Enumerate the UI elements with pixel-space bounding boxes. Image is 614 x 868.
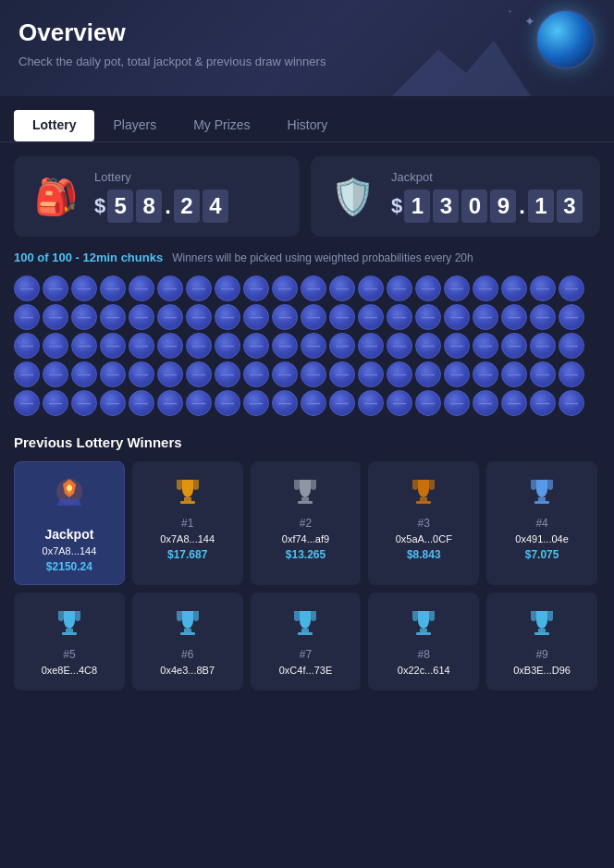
lottery-circle[interactable] — [129, 390, 154, 416]
lottery-circle[interactable] — [501, 361, 527, 387]
lottery-circle[interactable] — [415, 275, 441, 301]
lottery-circle[interactable] — [559, 275, 584, 301]
lottery-circle[interactable] — [358, 390, 384, 416]
winner-card[interactable]: #70xC4f...73E — [251, 593, 362, 691]
lottery-circle[interactable] — [272, 333, 298, 359]
lottery-circle[interactable] — [530, 333, 556, 359]
lottery-circle[interactable] — [157, 304, 183, 330]
lottery-circle[interactable] — [157, 361, 183, 387]
lottery-circle[interactable] — [100, 275, 126, 301]
lottery-circle[interactable] — [14, 304, 40, 330]
lottery-circle[interactable] — [387, 275, 412, 301]
winner-card[interactable]: #80x22c...614 — [368, 593, 479, 691]
lottery-circle[interactable] — [530, 390, 556, 416]
lottery-circle[interactable] — [129, 361, 154, 387]
lottery-circle[interactable] — [301, 304, 326, 330]
lottery-circle[interactable] — [559, 390, 584, 416]
lottery-circle[interactable] — [501, 333, 527, 359]
lottery-circle[interactable] — [301, 333, 326, 359]
tab-my-prizes[interactable]: My Prizes — [175, 110, 268, 141]
winner-card[interactable]: #60x4e3...8B7 — [132, 593, 243, 691]
lottery-circle[interactable] — [444, 275, 470, 301]
lottery-circle[interactable] — [129, 275, 154, 301]
lottery-circle[interactable] — [473, 333, 498, 359]
winner-card[interactable]: #30x5aA...0CF$8.843 — [368, 461, 479, 585]
lottery-circle[interactable] — [501, 390, 527, 416]
lottery-circle[interactable] — [301, 390, 326, 416]
tab-lottery[interactable]: Lottery — [14, 110, 94, 141]
lottery-circle[interactable] — [387, 361, 412, 387]
lottery-circle[interactable] — [329, 304, 355, 330]
lottery-circle[interactable] — [14, 390, 40, 416]
lottery-circle[interactable] — [14, 361, 40, 387]
lottery-circle[interactable] — [14, 275, 40, 301]
lottery-circle[interactable] — [71, 390, 97, 416]
lottery-circle[interactable] — [186, 390, 212, 416]
lottery-circle[interactable] — [243, 390, 269, 416]
lottery-circle[interactable] — [157, 333, 183, 359]
lottery-circle[interactable] — [272, 275, 298, 301]
lottery-circle[interactable] — [473, 275, 498, 301]
lottery-circle[interactable] — [43, 333, 68, 359]
lottery-circle[interactable] — [415, 361, 441, 387]
lottery-circle[interactable] — [473, 361, 498, 387]
lottery-circle[interactable] — [415, 304, 441, 330]
lottery-circle[interactable] — [100, 304, 126, 330]
lottery-circle[interactable] — [100, 361, 126, 387]
lottery-circle[interactable] — [272, 304, 298, 330]
lottery-circle[interactable] — [157, 275, 183, 301]
winner-card[interactable]: #20xf74...af9$13.265 — [251, 461, 362, 585]
lottery-circle[interactable] — [215, 361, 240, 387]
lottery-circle[interactable] — [215, 304, 240, 330]
lottery-circle[interactable] — [215, 333, 240, 359]
lottery-circle[interactable] — [329, 275, 355, 301]
winner-card[interactable]: Jackpot0x7A8...144$2150.24 — [14, 461, 125, 585]
lottery-circle[interactable] — [559, 333, 584, 359]
lottery-circle[interactable] — [444, 333, 470, 359]
lottery-circle[interactable] — [473, 390, 498, 416]
lottery-circle[interactable] — [559, 361, 584, 387]
lottery-circle[interactable] — [358, 333, 384, 359]
lottery-circle[interactable] — [71, 304, 97, 330]
lottery-circle[interactable] — [43, 390, 68, 416]
lottery-circle[interactable] — [329, 390, 355, 416]
lottery-circle[interactable] — [71, 333, 97, 359]
lottery-circle[interactable] — [501, 304, 527, 330]
lottery-circle[interactable] — [71, 361, 97, 387]
lottery-circle[interactable] — [43, 361, 68, 387]
tab-history[interactable]: History — [269, 110, 347, 141]
lottery-circle[interactable] — [444, 304, 470, 330]
lottery-circle[interactable] — [157, 390, 183, 416]
lottery-circle[interactable] — [358, 361, 384, 387]
lottery-circle[interactable] — [559, 304, 584, 330]
lottery-circle[interactable] — [473, 304, 498, 330]
tab-players[interactable]: Players — [94, 110, 175, 141]
lottery-circle[interactable] — [129, 333, 154, 359]
lottery-circle[interactable] — [243, 304, 269, 330]
lottery-circle[interactable] — [444, 361, 470, 387]
winner-card[interactable]: #90xB3E...D96 — [486, 593, 597, 691]
winner-card[interactable]: #40x491...04e$7.075 — [486, 461, 597, 585]
lottery-circle[interactable] — [415, 390, 441, 416]
lottery-circle[interactable] — [186, 304, 212, 330]
lottery-circle[interactable] — [215, 275, 240, 301]
lottery-circle[interactable] — [444, 390, 470, 416]
lottery-circle[interactable] — [272, 361, 298, 387]
lottery-circle[interactable] — [358, 275, 384, 301]
lottery-circle[interactable] — [387, 390, 412, 416]
lottery-circle[interactable] — [186, 333, 212, 359]
lottery-circle[interactable] — [530, 275, 556, 301]
lottery-circle[interactable] — [387, 304, 412, 330]
lottery-circle[interactable] — [186, 275, 212, 301]
lottery-circle[interactable] — [530, 361, 556, 387]
winner-card[interactable]: #50xe8E...4C8 — [14, 593, 125, 691]
lottery-circle[interactable] — [43, 304, 68, 330]
lottery-circle[interactable] — [301, 275, 326, 301]
lottery-circle[interactable] — [100, 333, 126, 359]
lottery-circle[interactable] — [358, 304, 384, 330]
lottery-circle[interactable] — [329, 361, 355, 387]
lottery-circle[interactable] — [387, 333, 412, 359]
lottery-circle[interactable] — [243, 361, 269, 387]
lottery-circle[interactable] — [301, 361, 326, 387]
lottery-circle[interactable] — [530, 304, 556, 330]
